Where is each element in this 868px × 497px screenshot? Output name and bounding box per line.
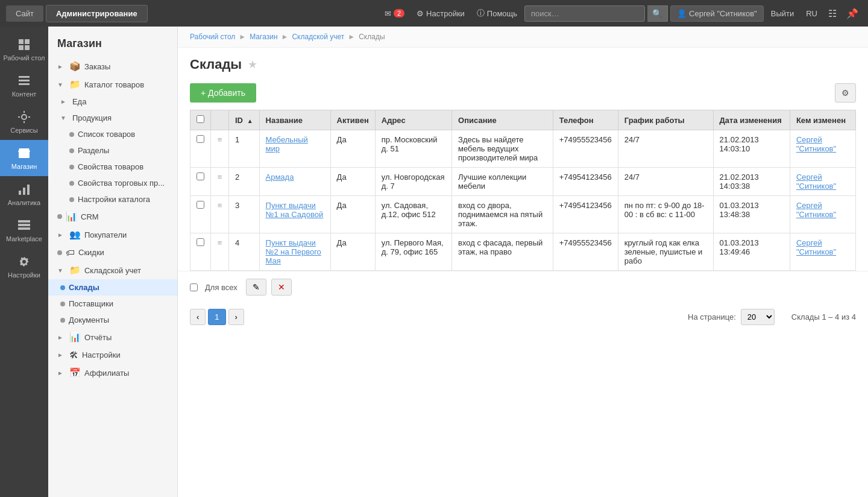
row-changed-by-link[interactable]: Сергей "Ситников"	[796, 173, 836, 191]
nav-item-suppliers[interactable]: Поставщики	[48, 296, 177, 312]
notifications-button[interactable]: ✉ 2	[380, 7, 409, 21]
table-row: ≡ 2 Армада Да ул. Новгородская д. 7 Лучш…	[190, 168, 856, 196]
reports-icon: 📊	[69, 332, 81, 343]
sort-asc-icon: ▲	[247, 118, 253, 124]
row-checkbox-1[interactable]	[197, 173, 204, 180]
prev-page-button[interactable]: ‹	[190, 309, 206, 325]
row-phone-cell: +74955523456	[553, 233, 618, 271]
nav-item-affiliates[interactable]: ► 📅 Аффилиаты	[48, 364, 177, 382]
sidebar-item-content[interactable]: Контент	[0, 68, 48, 104]
bulk-edit-button[interactable]: ✎	[246, 279, 266, 296]
nav-item-shop-settings[interactable]: ► 🛠 Настройки	[48, 346, 177, 364]
icon-sidebar: Рабочий стол Контент Сервисы Магазин Ана…	[0, 27, 48, 497]
bullet-discounts	[57, 250, 62, 255]
search-input[interactable]	[524, 5, 645, 22]
language-button[interactable]: RU	[801, 6, 822, 21]
nav-item-buyers[interactable]: ► 👥 Покупатели	[48, 226, 177, 244]
add-button[interactable]: + Добавить	[190, 83, 256, 103]
sidebar-item-services[interactable]: Сервисы	[0, 104, 48, 140]
warehouses-table: ID ▲ Название Активен Адрес Описание Тел…	[190, 110, 856, 271]
sidebar-item-workdesk[interactable]: Рабочий стол	[0, 31, 48, 68]
bulk-select-checkbox[interactable]	[190, 283, 198, 291]
favorite-star-icon[interactable]: ★	[248, 58, 257, 71]
search-button[interactable]: 🔍	[647, 5, 668, 22]
breadcrumb-shop[interactable]: Магазин	[250, 33, 277, 41]
row-id-cell: 3	[229, 196, 260, 233]
row-changed-by-link[interactable]: Сергей "Ситников"	[796, 135, 836, 153]
th-active: Активен	[330, 110, 375, 130]
sidebar-item-settings[interactable]: Настройки	[0, 248, 48, 285]
toolbar: + Добавить ⚙	[178, 78, 868, 110]
bulk-delete-button[interactable]: ✕	[271, 279, 292, 296]
row-changed-by-cell: Сергей "Ситников"	[790, 168, 855, 196]
site-button[interactable]: Сайт	[6, 5, 43, 22]
notifications-badge: 2	[394, 9, 404, 17]
nav-item-sections[interactable]: Разделы	[48, 142, 177, 159]
nav-item-catalog-settings[interactable]: Настройки каталога	[48, 191, 177, 207]
pin-icon-button[interactable]: 📌	[843, 5, 862, 22]
row-changed-by-link[interactable]: Сергей "Ситников"	[796, 238, 836, 256]
breadcrumb-current: Склады	[359, 33, 385, 41]
arrow-down-icon-production: ▼	[60, 115, 66, 121]
table-settings-button[interactable]: ⚙	[835, 83, 856, 103]
breadcrumb-workdesk[interactable]: Рабочий стол	[190, 33, 235, 41]
drag-handle-icon[interactable]: ≡	[218, 238, 222, 247]
row-name-cell: Армада	[259, 168, 330, 196]
nav-item-crm[interactable]: 📊 CRM	[48, 207, 177, 226]
row-schedule-cell: пн по пт: с 9-00 до 18-00 : в сб вс: с 1…	[618, 196, 713, 233]
row-changed-by-cell: Сергей "Ситников"	[790, 233, 855, 271]
row-checkbox-2[interactable]	[197, 201, 204, 209]
nav-item-documents[interactable]: Документы	[48, 312, 177, 328]
bullet-suppliers	[60, 302, 65, 306]
row-schedule-cell: круглый год как елка зеленые, пушистые и…	[618, 233, 713, 271]
row-checkbox-cell	[190, 196, 211, 233]
row-name-link[interactable]: Пункт выдачи №2 на Первого Мая	[266, 238, 321, 265]
th-id[interactable]: ID ▲	[229, 110, 260, 130]
pencil-icon: ✎	[253, 282, 260, 292]
sidebar-item-analytics[interactable]: Аналитика	[0, 176, 48, 212]
nav-item-food[interactable]: ► Еда	[48, 93, 177, 110]
page-1-button[interactable]: 1	[208, 309, 225, 325]
breadcrumb-sep-3: ►	[348, 33, 355, 41]
settings-icon	[17, 255, 31, 269]
arrow-right-reports: ►	[57, 334, 63, 341]
next-page-button[interactable]: ›	[228, 309, 244, 325]
breadcrumb-warehouse-accounting[interactable]: Складской учет	[292, 33, 344, 41]
marketplace-icon	[17, 218, 31, 233]
topbar: Сайт Администрирование ✉ 2 ⚙ Настройки ⓘ…	[0, 0, 868, 27]
logout-button[interactable]: Выйти	[766, 6, 799, 21]
nav-item-orders[interactable]: ► 📦 Заказы	[48, 57, 177, 75]
settings-topbar-button[interactable]: ⚙ Настройки	[412, 7, 470, 21]
row-name-link[interactable]: Армада	[266, 173, 294, 182]
bullet-crm	[57, 214, 62, 219]
nav-item-trade-props[interactable]: Свойства торговых пр...	[48, 175, 177, 191]
nav-item-reports[interactable]: ► 📊 Отчёты	[48, 328, 177, 346]
arrow-down-icon: ▼	[57, 81, 63, 88]
row-name-link[interactable]: Мебельный мир	[266, 135, 308, 153]
admin-button[interactable]: Администрирование	[46, 5, 148, 22]
select-all-checkbox[interactable]	[197, 115, 204, 123]
nav-item-catalog[interactable]: ▼ 📁 Каталог товаров	[48, 75, 177, 93]
bullet-sections	[69, 148, 74, 153]
sidebar-item-marketplace[interactable]: Marketplace	[0, 212, 48, 248]
help-button[interactable]: ⓘ Помощь	[472, 5, 522, 21]
drag-handle-icon[interactable]: ≡	[218, 135, 222, 144]
row-name-link[interactable]: Пункт выдачи №1 на Садовой	[266, 201, 324, 219]
drag-handle-icon[interactable]: ≡	[218, 201, 222, 210]
grid-icon-button[interactable]: ☷	[825, 5, 840, 22]
nav-item-warehouses[interactable]: Склады	[48, 279, 177, 296]
nav-item-warehouse-accounting[interactable]: ▼ 📁 Складской учет	[48, 261, 177, 279]
row-changed-by-link[interactable]: Сергей "Ситников"	[796, 201, 836, 219]
shop-settings-icon: 🛠	[69, 350, 78, 360]
row-checkbox-3[interactable]	[197, 238, 204, 246]
nav-item-discounts[interactable]: 🏷 Скидки	[48, 244, 177, 261]
user-menu-button[interactable]: 👤 Сергей "Ситников"	[670, 5, 764, 22]
sidebar-item-shop[interactable]: Магазин	[0, 140, 48, 176]
row-checkbox-0[interactable]	[197, 135, 204, 143]
nav-item-production[interactable]: ▼ Продукция	[48, 110, 177, 126]
nav-item-product-props[interactable]: Свойства товаров	[48, 159, 177, 175]
per-page-select[interactable]: 20 50 100	[741, 309, 775, 325]
nav-item-product-list[interactable]: Список товаров	[48, 126, 177, 142]
arrow-right-icon: ►	[57, 63, 63, 70]
drag-handle-icon[interactable]: ≡	[218, 173, 222, 182]
